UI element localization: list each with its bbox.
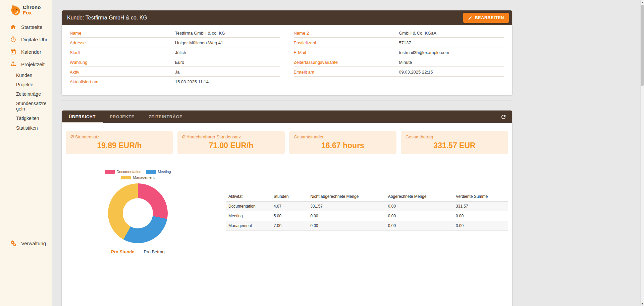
tab-projekte[interactable]: PROJEKTE	[103, 111, 142, 123]
col-header-verdiente-summe: Verdiente Summe	[453, 192, 508, 202]
detail-value: Minute	[399, 60, 504, 65]
detail-row-waehrung: Währung Euro	[70, 57, 280, 67]
brand-line2: Fox	[23, 10, 41, 15]
stat-card-billable-hourly-rate: Ø Abrechenbarer Stundensatz 71.00 EUR/h	[177, 131, 285, 154]
stats-row: Ø Stundensatz 19.89 EUR/h Ø Abrechenbare…	[62, 123, 512, 161]
sidebar-item-zeiteintraege[interactable]: Zeiteinträge	[16, 89, 48, 99]
activity-table: Aktivität Stunden Nicht abgerechnete Men…	[226, 192, 508, 231]
legend-label: Documentation	[116, 170, 141, 174]
stat-label: Gesamtbetrag	[406, 134, 503, 139]
legend-swatch-2	[121, 176, 131, 179]
sidebar-item-projekte[interactable]: Projekte	[16, 80, 48, 89]
detail-value: 57137	[399, 40, 504, 45]
sidebar-item-projektzeit[interactable]: Projektzeit	[0, 58, 52, 71]
main-content: Kunde: Testfirma GmbH & co. KG BEARBEITE…	[52, 0, 644, 306]
stat-card-total-hours: Gesamtstunden 16.67 hours	[289, 131, 396, 154]
sitemap-icon	[10, 61, 16, 68]
chart-legend: Documentation Meeting Management	[104, 170, 171, 179]
detail-label: Stadt	[70, 50, 175, 55]
sidebar-item-verwaltung[interactable]: Verwaltung	[0, 237, 52, 250]
cell-activity: Management	[226, 221, 271, 231]
activity-table-section: Aktivität Stunden Nicht abgerechnete Men…	[226, 192, 508, 231]
scrollbar-thumb[interactable]	[641, 5, 644, 86]
detail-label: Währung	[70, 60, 175, 65]
table-row-management: Management 7.00 0.00 0.00 0.00	[226, 221, 508, 231]
chart-and-table-section: Documentation Meeting Management	[62, 161, 512, 268]
sidebar-item-kalender[interactable]: Kalender	[0, 46, 52, 58]
stat-value: 331.57 EUR	[406, 141, 503, 150]
detail-row-zeiterfassungsvariante: Zeiterfassungsvariante Minute	[294, 57, 504, 67]
col-header-nicht-abgerechnete-menge: Nicht abgerechnete Menge	[308, 192, 385, 202]
view-tab-pro-stunde[interactable]: Pro Stunde	[111, 249, 134, 254]
overview-card: ÜBERSICHT PROJEKTE ZEITEINTRÄGE Ø Stunde…	[61, 110, 513, 306]
table-row-documentation: Documentation 4.67 331.57 0.00 331.57	[226, 202, 508, 211]
scroll-up-arrow[interactable]: ▲	[641, 0, 644, 4]
sidebar-item-stundensatzregeln[interactable]: Stundensatzregeln	[16, 99, 48, 114]
legend-label: Management	[133, 175, 154, 179]
overview-tabbar: ÜBERSICHT PROJEKTE ZEITEINTRÄGE	[62, 111, 512, 123]
calendar-icon	[10, 49, 16, 55]
app-logo[interactable]: Chrono Fox	[0, 4, 52, 16]
cell-hours: 5.00	[271, 211, 308, 221]
home-icon	[10, 24, 16, 30]
legend-swatch-0	[105, 170, 115, 174]
details-left-column: Name Testfirma GmbH & co. KG Adresse Hol…	[70, 28, 280, 86]
detail-label: E-Mail	[294, 50, 399, 55]
brand-name: Chrono Fox	[23, 5, 41, 15]
legend-item-meeting[interactable]: Meeting	[146, 170, 171, 174]
edit-button-label: BEARBEITEN	[475, 15, 504, 20]
stat-label: Gesamtstunden	[294, 134, 392, 139]
legend-swatch-1	[146, 170, 156, 174]
cell-hours: 7.00	[271, 221, 308, 231]
detail-value: Ja	[175, 70, 280, 75]
pencil-icon	[468, 16, 472, 20]
sidebar-item-label: Startseite	[21, 24, 42, 30]
legend-item-management[interactable]: Management	[121, 175, 154, 179]
detail-value: Euro	[175, 60, 280, 65]
detail-value: testmail35@example.com	[399, 50, 504, 55]
customer-card: Kunde: Testfirma GmbH & co. KG BEARBEITE…	[61, 10, 513, 95]
page-title: Kunde: Testfirma GmbH & co. KG	[67, 15, 147, 21]
cell-activity: Documentation	[226, 202, 271, 211]
stat-value: 16.67 hours	[294, 141, 392, 150]
sidebar-item-taetigkeiten[interactable]: Tätigkeiten	[16, 114, 48, 123]
stat-value: 71.00 EUR/h	[182, 141, 280, 150]
detail-row-adresse: Adresse Holger-Mülichen-Weg 41	[70, 38, 280, 47]
detail-label: Name 2	[294, 31, 399, 36]
detail-label: Postleitzahl	[294, 40, 399, 45]
cell-billed: 0.00	[385, 221, 453, 231]
table-header-row: Aktivität Stunden Nicht abgerechnete Men…	[226, 192, 508, 202]
tab-uebersicht[interactable]: ÜBERSICHT	[62, 111, 103, 123]
detail-label: Aktiv	[70, 70, 175, 75]
scroll-down-arrow[interactable]: ▼	[641, 302, 644, 306]
customer-card-header: Kunde: Testfirma GmbH & co. KG BEARBEITE…	[62, 10, 512, 25]
detail-value: 15.03.2025 11:14	[175, 79, 280, 84]
cell-unbilled: 331.57	[308, 202, 385, 211]
detail-row-stadt: Stadt Jülich	[70, 47, 280, 57]
cell-billed: 0.00	[385, 211, 453, 221]
cell-earned: 0.00	[453, 221, 508, 231]
refresh-button[interactable]	[499, 113, 508, 121]
detail-row-aktualisiert-am: Aktualisiert am 15.03.2025 11:14	[70, 77, 280, 86]
col-header-abgerechnete-menge: Abgerechnete Menge	[385, 192, 453, 202]
legend-item-documentation[interactable]: Documentation	[105, 170, 141, 174]
view-tab-pro-betrag[interactable]: Pro Betrag	[144, 249, 165, 254]
detail-label: Erstellt am	[294, 70, 399, 75]
sidebar-item-digitale-uhr[interactable]: Digitale Uhr	[0, 33, 52, 46]
refresh-icon	[500, 114, 506, 120]
cell-billed: 0.00	[385, 202, 453, 211]
section-divider	[61, 100, 513, 100]
detail-value: Holger-Mülichen-Weg 41	[175, 40, 280, 45]
col-header-aktivitaet: Aktivität	[226, 192, 271, 202]
stat-card-total-amount: Gesamtbetrag 331.57 EUR	[401, 131, 508, 154]
stat-label: Ø Stundensatz	[70, 134, 168, 139]
sidebar-item-startseite[interactable]: Startseite	[0, 21, 52, 33]
edit-button[interactable]: BEARBEITEN	[463, 13, 509, 23]
tab-zeiteintraege[interactable]: ZEITEINTRÄGE	[142, 111, 190, 123]
details-right-column: Name 2 GmbH & Co. KGaA Postleitzahl 5713…	[294, 28, 504, 86]
sidebar-item-kunden[interactable]: Kunden	[16, 71, 48, 80]
vertical-scrollbar[interactable]: ▲ ▼	[640, 0, 644, 306]
detail-row-postleitzahl: Postleitzahl 57137	[294, 38, 504, 47]
legend-label: Meeting	[158, 170, 171, 174]
sidebar-item-statistiken[interactable]: Statistiken	[16, 123, 48, 133]
